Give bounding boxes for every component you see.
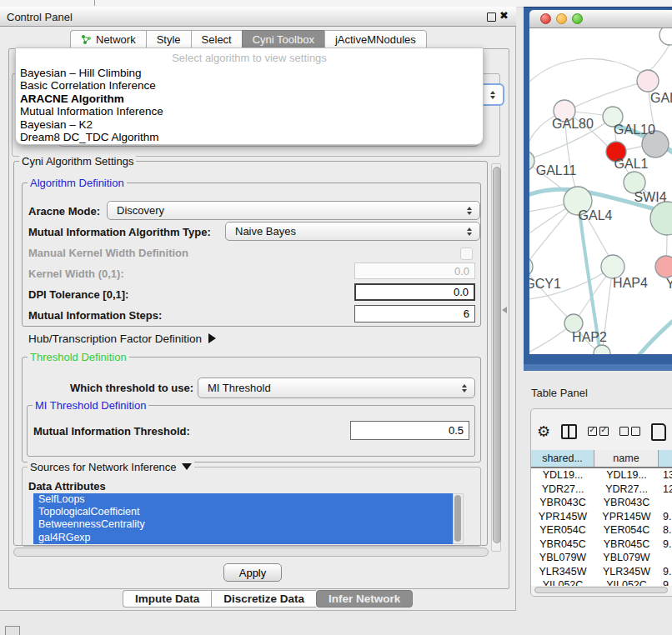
table-body: YDL19...YDL19...13YDR27...YDR27...12YBR0… [531,468,672,586]
node-label: GAL11 [536,163,577,178]
tab-jactivemnodules[interactable]: jActiveMNodules [324,30,427,48]
node-label: SWI4 [634,190,666,204]
cell-name: YBL079W [531,551,594,565]
attribute-item[interactable]: gal4RGexp [33,532,453,544]
tab-impute-data[interactable]: Impute Data [123,590,211,608]
mi-steps-label: Mutual Information Steps: [28,309,162,322]
tab-discretize-data[interactable]: Discretize Data [211,590,316,608]
deselect-all-checkboxes-icon[interactable] [619,424,640,439]
tab-select[interactable]: Select [191,30,242,48]
minimized-panel-icon[interactable] [5,626,20,635]
control-panel-tabs: NetworkStyleSelectCyni ToolboxjActiveMNo… [70,30,427,48]
column-header-name[interactable]: name [594,450,659,467]
cell-name: YIL052C [594,578,659,586]
settings-horizontal-scrollbar[interactable] [13,548,489,557]
node-label: GAL [650,91,672,105]
data-attributes-list[interactable]: SelfLoopsTopologicalCoefficientBetweenne… [33,493,453,544]
splitter-collapse-icon[interactable] [502,307,507,313]
export-table-icon[interactable] [651,423,666,441]
network-node[interactable] [594,345,610,354]
cell-name: YDL19... [594,468,659,482]
tab-label: jActiveMNodules [335,33,416,46]
node-label: GAL1 [614,157,649,171]
table-row[interactable]: YBL079WYBL079W [531,551,672,565]
algorithm-option[interactable]: Bayesian – Hill Climbing [16,67,483,79]
attribute-item[interactable]: SelfLoops [33,493,453,506]
network-window-titlebar [529,10,672,28]
settings-scrollbar-thumb[interactable] [493,167,501,543]
mi-threshold-definition-title: MI Threshold Definition [33,399,148,412]
mi-type-label: Mutual Information Algorithm Type: [28,226,211,238]
dpi-tolerance-field[interactable] [354,283,475,301]
hub-section-label: Hub/Transcription Factor Definition [28,332,202,345]
tab-network[interactable]: Network [70,30,146,48]
algorithm-option[interactable]: ARACNE Algorithm [16,92,483,105]
mi-threshold-field[interactable] [350,421,469,440]
network-canvas[interactable]: GALGAL80GAL10GAL1SWI4GAL11GAL4GCY1HAP4YH… [529,28,672,354]
algorithm-option[interactable]: Mutual Information Inference [16,105,483,118]
which-threshold-value: MI Threshold [208,382,271,394]
table-horizontal-scrollbar[interactable] [534,587,668,593]
close-traffic-icon[interactable] [540,13,551,24]
dpi-tolerance-label: DPI Tolerance [0,1]: [28,288,128,301]
split-columns-icon[interactable] [561,424,577,439]
table-row[interactable]: YBR045CYBR045C9. [531,538,672,552]
network-node[interactable] [655,256,672,278]
table-header-row: shared...name [531,450,672,468]
zoom-traffic-icon[interactable] [572,13,583,24]
apply-button[interactable]: Apply [223,563,282,582]
table-row[interactable]: YER054CYER054C8. [531,523,672,538]
tab-style[interactable]: Style [146,30,191,48]
node-label: GAL80 [552,117,594,131]
settings-vertical-scrollbar[interactable] [491,163,501,552]
table-row[interactable]: YLR345WYLR345W9. [531,565,672,579]
column-header-value[interactable] [659,450,672,467]
table-row[interactable]: YBR043CYBR043C [531,496,672,510]
kernel-width-field[interactable] [354,262,475,279]
algorithm-option[interactable]: Basic Correlation Inference [16,79,483,92]
network-node[interactable] [637,70,659,92]
tab-infer-network[interactable]: Infer Network [316,590,413,608]
table-row[interactable]: YDR27...YDR27...12 [531,482,672,497]
mi-steps-field[interactable] [354,305,475,322]
tab-label: Cyni Toolbox [253,33,314,46]
node-label: HAP4 [613,276,648,290]
hub-section-toggle[interactable]: Hub/Transcription Factor Definition [28,332,216,345]
column-header-shared[interactable]: shared... [531,450,594,467]
cell-name: YBR043C [531,496,594,510]
table-row[interactable]: YIL052CYIL052C9. [531,578,672,586]
gear-icon[interactable]: ⚙ [537,423,550,440]
algorithm-option[interactable]: Bayesian – K2 [16,118,483,131]
cell-name: YDR27... [531,482,594,497]
algorithm-definition-title: Algorithm Definition [28,177,127,189]
algorithm-option[interactable]: Dream8 DC_TDC Algorithm [16,131,483,143]
sources-toggle[interactable]: Sources for Network Inference [28,461,194,473]
network-node[interactable] [529,257,533,277]
network-node[interactable] [601,255,624,278]
mi-threshold-label: Mutual Information Threshold: [33,425,190,438]
cell-value: 9. [659,538,672,552]
select-all-checkboxes-icon[interactable] [588,424,609,439]
table-row[interactable]: YDL19...YDL19...13 [531,468,672,482]
cell-name: YIL052C [531,578,594,586]
aracne-mode-combobox[interactable]: Discovery [107,201,480,220]
attribute-item[interactable]: TopologicalCoefficient [33,506,453,518]
attribute-item[interactable]: BetweennessCentrality [33,518,453,531]
tab-label: Style [157,33,181,46]
float-window-icon[interactable] [487,12,496,22]
mi-type-combobox[interactable]: Naive Bayes [225,222,480,241]
network-node[interactable] [659,28,672,45]
manual-kernel-checkbox[interactable] [460,248,473,260]
node-label: GCY1 [529,277,561,291]
stepper-arrows-icon [467,207,472,215]
minimize-traffic-icon[interactable] [556,13,567,24]
close-icon[interactable]: ✖ [499,9,509,22]
algorithm-selector-combobox-end[interactable] [482,83,504,106]
mi-type-value: Naive Bayes [235,225,296,238]
table-row[interactable]: YPR145WYPR145W9. [531,510,672,524]
which-threshold-combobox[interactable]: MI Threshold [198,378,475,398]
network-edge [649,45,669,71]
cell-value: 13 [659,468,672,482]
tab-cyni-toolbox[interactable]: Cyni Toolbox [242,30,324,48]
attributes-scrollbar-thumb[interactable] [454,495,461,542]
